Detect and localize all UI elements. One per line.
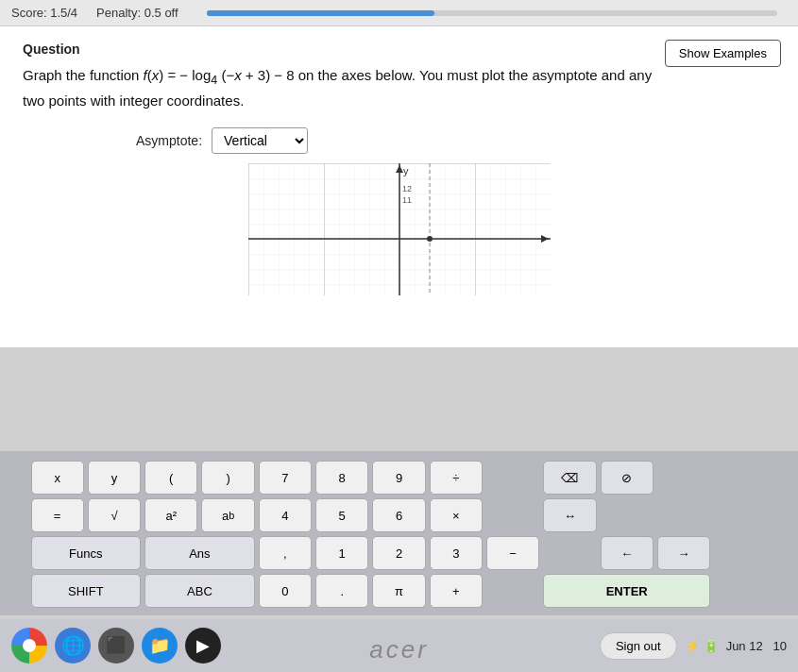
status-icons: ⚡ 🔋 <box>685 639 719 653</box>
key-empty1 <box>486 461 539 495</box>
files-icon[interactable]: 📁 <box>142 628 178 664</box>
keyboard-section: x y ( ) 7 8 9 ÷ ⌫ ⊘ = √ a² ab 4 5 6 × ↔ … <box>0 451 798 615</box>
key-multiply[interactable]: × <box>430 498 483 532</box>
svg-text:y: y <box>403 165 409 176</box>
key-x[interactable]: x <box>31 461 84 495</box>
key-shift[interactable]: SHIFT <box>31 574 142 608</box>
asymptote-label: Asymptote: <box>136 133 202 148</box>
key-empty10 <box>486 574 539 608</box>
svg-point-10 <box>427 236 433 242</box>
key-empty6 <box>657 498 710 532</box>
asymptote-select[interactable]: Vertical Horizontal None <box>212 127 308 154</box>
key-empty3 <box>714 461 767 495</box>
key-empty2 <box>657 461 710 495</box>
key-empty5 <box>601 498 654 532</box>
key-9[interactable]: 9 <box>372 461 425 495</box>
key-squared[interactable]: a² <box>144 498 197 532</box>
key-plus[interactable]: + <box>430 574 483 608</box>
svg-text:11: 11 <box>402 195 412 205</box>
key-open-paren[interactable]: ( <box>144 461 197 495</box>
progress-bar-container <box>207 10 777 16</box>
taskbar-datetime: Jun 12 10 <box>726 639 787 653</box>
top-bar: Score: 1.5/4 Penalty: 0.5 off <box>0 0 798 26</box>
key-8[interactable]: 8 <box>315 461 368 495</box>
question-text: Graph the function f(x) = − log4 (−x + 3… <box>23 64 665 112</box>
key-right-arrow[interactable]: → <box>657 536 710 570</box>
play-icon[interactable]: ▶ <box>185 628 221 664</box>
key-5[interactable]: 5 <box>315 498 368 532</box>
key-3[interactable]: 3 <box>430 536 483 570</box>
key-divide[interactable]: ÷ <box>430 461 483 495</box>
key-left-arrow[interactable]: ← <box>601 536 654 570</box>
progress-bar-fill <box>207 10 435 16</box>
penalty-label: Penalty: 0.5 off <box>96 6 178 20</box>
key-6[interactable]: 6 <box>372 498 425 532</box>
globe-icon[interactable]: 🌐 <box>55 628 91 664</box>
key-backspace[interactable]: ⌫ <box>543 461 596 495</box>
key-1[interactable]: 1 <box>315 536 368 570</box>
svg-text:12: 12 <box>402 184 412 193</box>
key-bidirectional[interactable]: ↔ <box>543 498 596 532</box>
key-minus[interactable]: − <box>486 536 539 570</box>
key-enter[interactable]: ENTER <box>543 574 710 608</box>
battery-icon: 🔋 <box>704 639 719 653</box>
key-7[interactable]: 7 <box>259 461 312 495</box>
key-sqrt[interactable]: √ <box>88 498 141 532</box>
sign-out-button[interactable]: Sign out <box>600 632 677 660</box>
main-content: Show Examples Question Graph the functio… <box>0 26 798 347</box>
key-pi[interactable]: π <box>372 574 425 608</box>
key-empty8 <box>543 536 596 570</box>
key-close-paren[interactable]: ) <box>201 461 254 495</box>
show-examples-button[interactable]: Show Examples <box>665 40 781 67</box>
key-y[interactable]: y <box>88 461 141 495</box>
graph-area: y 12 11 <box>23 163 775 295</box>
keyboard-grid: x y ( ) 7 8 9 ÷ ⌫ ⊘ = √ a² ab 4 5 6 × ↔ … <box>31 461 768 608</box>
asymptote-row: Asymptote: Vertical Horizontal None <box>23 127 775 154</box>
taskbar-time: 10 <box>773 639 787 653</box>
key-comma[interactable]: , <box>259 536 312 570</box>
key-ans[interactable]: Ans <box>144 536 255 570</box>
score-label: Score: 1.5/4 <box>11 6 77 20</box>
key-abc[interactable]: ABC <box>144 574 255 608</box>
key-empty7 <box>714 498 767 532</box>
key-equals[interactable]: = <box>31 498 84 532</box>
key-dot[interactable]: . <box>315 574 368 608</box>
key-power[interactable]: ab <box>201 498 254 532</box>
key-funcs[interactable]: Funcs <box>31 536 142 570</box>
chrome-icon[interactable] <box>11 628 47 664</box>
question-label: Question <box>23 42 775 57</box>
key-4[interactable]: 4 <box>259 498 312 532</box>
screen-icon[interactable]: ⬛ <box>98 628 134 664</box>
graph-svg[interactable]: y 12 11 <box>248 163 551 295</box>
bluetooth-icon: ⚡ <box>685 639 700 653</box>
key-0[interactable]: 0 <box>259 574 312 608</box>
key-empty9 <box>714 536 767 570</box>
key-empty4 <box>486 498 539 532</box>
taskbar-date: Jun 12 <box>726 639 763 653</box>
taskbar: 🌐 ⬛ 📁 ▶ Sign out ⚡ 🔋 Jun 12 10 <box>0 619 798 672</box>
key-clear[interactable]: ⊘ <box>601 461 654 495</box>
key-2[interactable]: 2 <box>372 536 425 570</box>
